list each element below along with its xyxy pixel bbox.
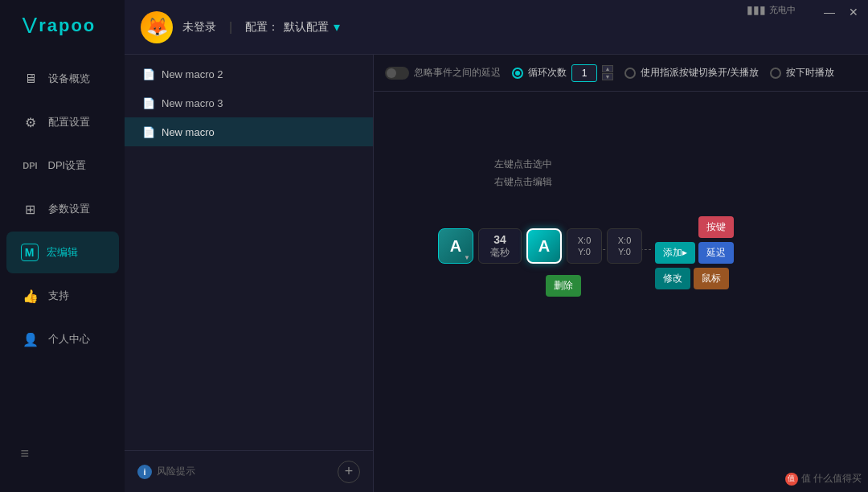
key-a-node[interactable]: A ▼ bbox=[438, 228, 473, 264]
key-a-label: A bbox=[450, 237, 461, 256]
sidebar-item-params[interactable]: ⊞ 参数设置 bbox=[6, 188, 119, 230]
sidebar-item-label: 宏编辑 bbox=[47, 245, 78, 260]
press-play-radio[interactable] bbox=[770, 68, 781, 79]
charging-area: ▮▮▮ 充电中 bbox=[747, 3, 796, 16]
macro-icon: M bbox=[21, 244, 39, 261]
device-icon: 🖥 bbox=[21, 69, 40, 88]
editor-toolbar: 忽略事件之间的延迟 循环次数 ▲ ▼ 使用指派按键切换开/关播放 按下时播放 bbox=[374, 55, 868, 92]
left-click-hint: 左键点击选中 bbox=[494, 156, 552, 174]
mouse-btn[interactable]: 鼠标 bbox=[694, 268, 729, 289]
press-play-label: 按下时播放 bbox=[786, 66, 834, 80]
watermark: 值 值 什么值得买 bbox=[785, 472, 862, 486]
sidebar-item-macro[interactable]: M 宏编辑 bbox=[6, 232, 119, 273]
minimize-button[interactable]: — bbox=[818, 1, 841, 23]
loop-count-radio[interactable] bbox=[512, 68, 523, 79]
node-row: A ▼ 34 毫秒 A X:0 Y:0 X:0 Y:0 bbox=[438, 228, 642, 264]
watermark-label: 值 什么值得买 bbox=[801, 472, 862, 486]
macro-list: 📄 New macro 2 📄 New macro 3 📄 New macro bbox=[125, 55, 373, 450]
key-a-selected-label: A bbox=[538, 237, 550, 256]
sidebar-item-label: 个人中心 bbox=[48, 332, 90, 346]
sidebar-bottom: ≡ bbox=[6, 433, 119, 476]
watermark-icon: 值 bbox=[785, 473, 798, 486]
context-popup: 按键 添加▸ 延迟 修改 鼠标 bbox=[655, 216, 734, 289]
sidebar: V rapoo 🖥 设备概览 ⚙ 配置设置 DPI DPI设置 ⊞ 参数设置 M… bbox=[0, 0, 125, 492]
sidebar-item-support[interactable]: 👍 支持 bbox=[6, 275, 119, 317]
delay-btn[interactable]: 延迟 bbox=[698, 242, 734, 264]
charging-label: 充电中 bbox=[769, 4, 796, 16]
macro-item-1[interactable]: 📄 New macro bbox=[125, 117, 373, 146]
battery-icon: ▮▮▮ bbox=[747, 3, 766, 16]
loop-count-group: 循环次数 ▲ ▼ bbox=[512, 64, 613, 82]
sidebar-item-label: 支持 bbox=[48, 289, 69, 303]
delay-node[interactable]: 34 毫秒 bbox=[478, 228, 522, 264]
editor-canvas: 左键点击选中 右键点击编辑 A ▼ 34 毫秒 A X:0 bbox=[374, 92, 868, 492]
loop-count-input[interactable] bbox=[571, 64, 597, 82]
warning-label: 风险提示 bbox=[157, 465, 195, 478]
macro-warning: i 风险提示 bbox=[137, 465, 195, 479]
config-name: 默认配置 bbox=[284, 20, 329, 35]
spinner-down[interactable]: ▼ bbox=[602, 73, 613, 80]
arrow-down-icon: ▼ bbox=[464, 254, 470, 261]
logo-v: V bbox=[23, 13, 38, 39]
avatar-emoji: 🦊 bbox=[146, 17, 168, 38]
header-divider: | bbox=[229, 20, 232, 35]
logo-text: rapoo bbox=[39, 15, 96, 36]
xy2-x: X:0 bbox=[618, 236, 632, 245]
avatar: 🦊 bbox=[141, 11, 173, 43]
sidebar-item-profile[interactable]: 👤 个人中心 bbox=[6, 318, 119, 360]
macro-file-icon: 📄 bbox=[142, 126, 155, 138]
macro-footer: i 风险提示 + bbox=[125, 450, 373, 492]
xy-node-2[interactable]: X:0 Y:0 bbox=[607, 228, 642, 264]
xy-node-1[interactable]: X:0 Y:0 bbox=[567, 228, 602, 264]
key-a-selected-node[interactable]: A bbox=[526, 228, 562, 264]
add-btn[interactable]: 添加▸ bbox=[655, 242, 695, 264]
macro-panel: 📄 New macro 2 📄 New macro 3 📄 New macro … bbox=[125, 55, 374, 492]
xy1-y: Y:0 bbox=[578, 247, 591, 256]
key-btn[interactable]: 按键 bbox=[698, 216, 734, 238]
macro-item-3[interactable]: 📄 New macro 3 bbox=[125, 88, 373, 117]
toggle-play-radio[interactable] bbox=[624, 68, 636, 79]
title-bar: ▮▮▮ 充电中 — ✕ bbox=[707, 0, 868, 24]
header-config[interactable]: 配置： 默认配置 ▾ bbox=[245, 19, 340, 35]
sidebar-item-label: 参数设置 bbox=[48, 202, 90, 216]
loop-count-spinners: ▲ ▼ bbox=[602, 65, 613, 80]
warning-icon: i bbox=[137, 465, 152, 479]
toggle-play-label: 使用指派按键切换开/关播放 bbox=[641, 66, 759, 80]
sidebar-item-label: DPI设置 bbox=[48, 158, 87, 173]
logo: V rapoo bbox=[23, 10, 103, 42]
delay-value: 34 bbox=[493, 233, 506, 246]
sidebar-bottom-icon[interactable]: ≡ bbox=[6, 433, 119, 474]
toggle-switch-off[interactable] bbox=[385, 67, 409, 80]
sidebar-item-dpi[interactable]: DPI DPI设置 bbox=[6, 145, 119, 187]
press-play-group: 按下时播放 bbox=[770, 66, 834, 80]
macro-file-icon: 📄 bbox=[142, 68, 155, 80]
sidebar-item-config[interactable]: ⚙ 配置设置 bbox=[6, 101, 119, 143]
ignore-delay-toggle[interactable]: 忽略事件之间的延迟 bbox=[385, 66, 501, 80]
support-icon: 👍 bbox=[21, 286, 40, 305]
macro-item-label: New macro 2 bbox=[162, 68, 223, 80]
delete-btn[interactable]: 删除 bbox=[546, 275, 581, 297]
params-icon: ⊞ bbox=[21, 199, 40, 219]
close-button[interactable]: ✕ bbox=[842, 1, 865, 23]
delete-button[interactable]: 删除 bbox=[546, 275, 581, 297]
right-click-hint: 右键点击编辑 bbox=[494, 174, 552, 191]
macro-item-label: New macro 3 bbox=[162, 97, 223, 109]
delay-unit: 毫秒 bbox=[490, 246, 510, 260]
config-prefix: 配置： bbox=[245, 20, 279, 35]
macro-item-label: New macro bbox=[162, 126, 215, 138]
loop-count-label: 循环次数 bbox=[528, 66, 567, 80]
macro-item-2[interactable]: 📄 New macro 2 bbox=[125, 59, 373, 88]
sidebar-item-label: 配置设置 bbox=[48, 115, 90, 129]
sidebar-item-device[interactable]: 🖥 设备概览 bbox=[6, 58, 119, 100]
ignore-delay-label: 忽略事件之间的延迟 bbox=[414, 66, 501, 80]
modify-btn[interactable]: 修改 bbox=[655, 268, 690, 289]
config-icon: ⚙ bbox=[21, 113, 40, 132]
menu-icon: ≡ bbox=[21, 445, 30, 462]
sidebar-item-label: 设备概览 bbox=[48, 72, 90, 86]
spinner-up[interactable]: ▲ bbox=[602, 65, 613, 72]
chevron-down-icon: ▾ bbox=[334, 19, 340, 35]
dpi-icon: DPI bbox=[21, 156, 40, 175]
toggle-play-group: 使用指派按键切换开/关播放 bbox=[624, 66, 759, 80]
add-macro-button[interactable]: + bbox=[338, 461, 360, 483]
xy2-y: Y:0 bbox=[618, 247, 631, 256]
